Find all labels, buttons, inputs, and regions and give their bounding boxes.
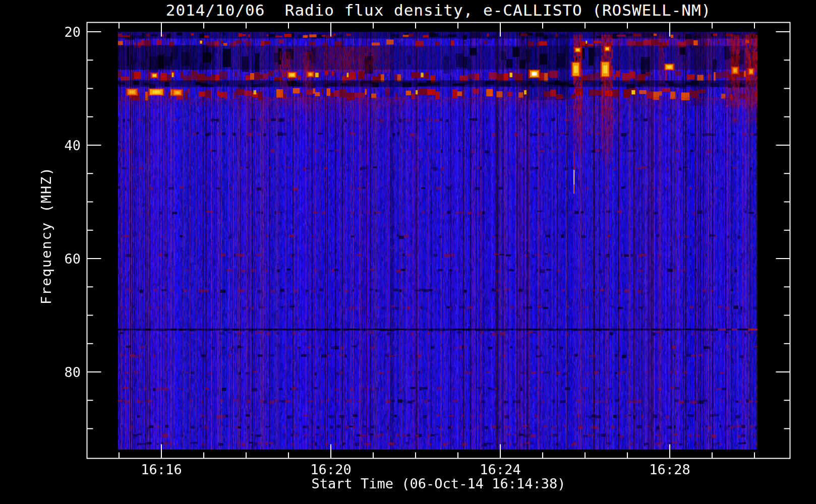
x-tick-label: 16:24	[480, 462, 520, 477]
plot-box	[87, 23, 790, 459]
y-tick-label: 60	[64, 251, 81, 267]
y-tick-label: 20	[64, 24, 81, 40]
x-tick-label: 16:28	[649, 462, 690, 477]
y-tick-label: 80	[64, 364, 81, 380]
y-tick-label: 40	[64, 138, 81, 153]
x-tick-label: 16:20	[310, 462, 351, 477]
x-tick-label: 16:16	[141, 462, 182, 477]
x-axis-label: Start Time (06-Oct-14 16:14:38)	[87, 476, 790, 491]
y-axis-label: Frequency (MHZ)	[38, 166, 54, 304]
axes-frame	[0, 0, 816, 504]
